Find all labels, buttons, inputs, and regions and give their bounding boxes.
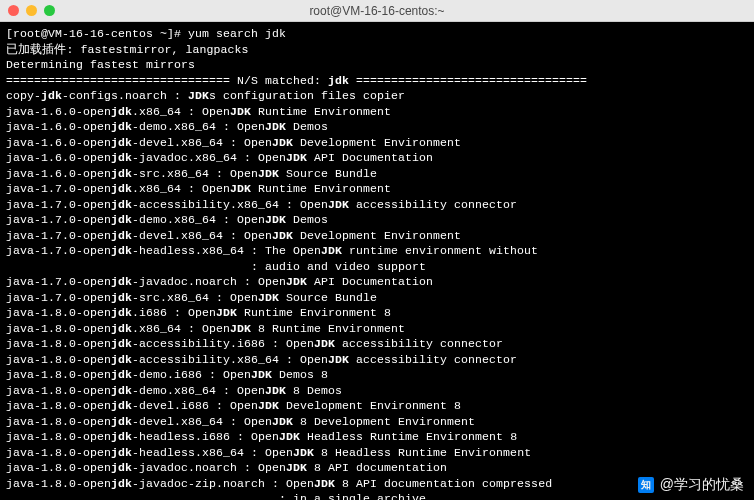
result-line: java-1.7.0-openjdk-devel.x86_64 : OpenJD… xyxy=(6,228,748,244)
result-line: java-1.7.0-openjdk-demo.x86_64 : OpenJDK… xyxy=(6,212,748,228)
result-line: java-1.8.0-openjdk-javadoc.noarch : Open… xyxy=(6,460,748,476)
result-line: java-1.7.0-openjdk-javadoc.noarch : Open… xyxy=(6,274,748,290)
result-line: java-1.6.0-openjdk-devel.x86_64 : OpenJD… xyxy=(6,135,748,151)
result-line: copy-jdk-configs.noarch : JDKs configura… xyxy=(6,88,748,104)
window-title: root@VM-16-16-centos:~ xyxy=(0,4,754,18)
preamble-line: 已加载插件: fastestmirror, langpacks xyxy=(6,42,748,58)
result-line: : in a single archive xyxy=(6,491,748,500)
terminal-output[interactable]: [root@VM-16-16-centos ~]# yum search jdk… xyxy=(0,22,754,500)
result-line: java-1.8.0-openjdk.x86_64 : OpenJDK 8 Ru… xyxy=(6,321,748,337)
result-line: java-1.6.0-openjdk.x86_64 : OpenJDK Runt… xyxy=(6,104,748,120)
result-line: java-1.8.0-openjdk-accessibility.x86_64 … xyxy=(6,352,748,368)
result-line: java-1.8.0-openjdk.i686 : OpenJDK Runtim… xyxy=(6,305,748,321)
result-line: java-1.8.0-openjdk-devel.x86_64 : OpenJD… xyxy=(6,414,748,430)
prompt-line: [root@VM-16-16-centos ~]# yum search jdk xyxy=(6,26,748,42)
result-line: java-1.7.0-openjdk-headless.x86_64 : The… xyxy=(6,243,748,259)
result-line: java-1.8.0-openjdk-devel.i686 : OpenJDK … xyxy=(6,398,748,414)
result-line: java-1.6.0-openjdk-demo.x86_64 : OpenJDK… xyxy=(6,119,748,135)
result-line: java-1.6.0-openjdk-src.x86_64 : OpenJDK … xyxy=(6,166,748,182)
result-line: java-1.8.0-openjdk-headless.x86_64 : Ope… xyxy=(6,445,748,461)
result-line: java-1.7.0-openjdk-accessibility.x86_64 … xyxy=(6,197,748,213)
preamble-line: Determining fastest mirrors xyxy=(6,57,748,73)
minimize-window-button[interactable] xyxy=(26,5,37,16)
result-line: java-1.8.0-openjdk-demo.i686 : OpenJDK D… xyxy=(6,367,748,383)
result-line: java-1.8.0-openjdk-headless.i686 : OpenJ… xyxy=(6,429,748,445)
result-line: java-1.8.0-openjdk-demo.x86_64 : OpenJDK… xyxy=(6,383,748,399)
traffic-lights xyxy=(8,5,55,16)
close-window-button[interactable] xyxy=(8,5,19,16)
result-line: : audio and video support xyxy=(6,259,748,275)
maximize-window-button[interactable] xyxy=(44,5,55,16)
result-line: java-1.8.0-openjdk-accessibility.i686 : … xyxy=(6,336,748,352)
result-line: java-1.7.0-openjdk.x86_64 : OpenJDK Runt… xyxy=(6,181,748,197)
result-line: java-1.7.0-openjdk-src.x86_64 : OpenJDK … xyxy=(6,290,748,306)
match-header: ================================ N/S mat… xyxy=(6,73,748,89)
result-line: java-1.8.0-openjdk-javadoc-zip.noarch : … xyxy=(6,476,748,492)
window-titlebar: root@VM-16-16-centos:~ xyxy=(0,0,754,22)
result-line: java-1.6.0-openjdk-javadoc.x86_64 : Open… xyxy=(6,150,748,166)
